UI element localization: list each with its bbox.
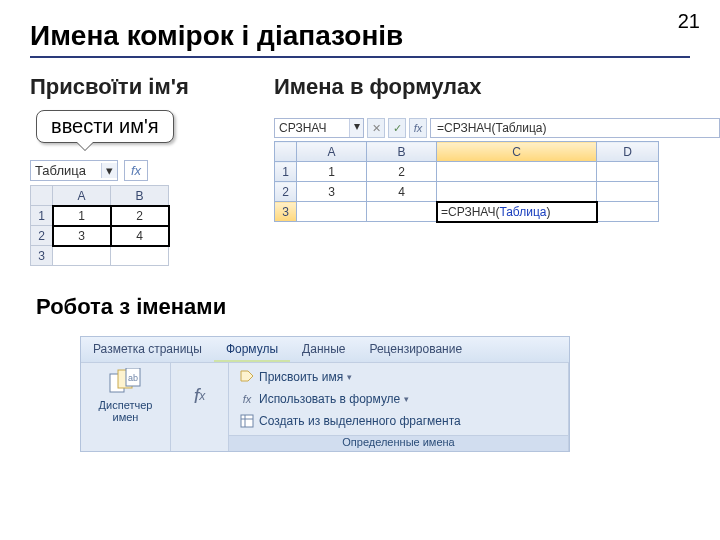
col-header-c[interactable]: C [437, 142, 597, 162]
svg-marker-4 [241, 371, 253, 381]
fx-icon[interactable]: fx [177, 367, 222, 425]
use-in-formula-label: Использовать в формуле [259, 392, 400, 406]
grid-right: A B C D 1 1 2 2 3 4 3 =СРЗНАЧ(Таблица) [274, 141, 659, 222]
grid-icon [239, 413, 255, 429]
name-box-value: СРЗНАЧ [275, 119, 349, 137]
svg-text:ab: ab [127, 373, 137, 383]
ribbon: Разметка страницы Формулы Данные Рецензи… [80, 336, 570, 452]
define-name-label: Присвоить имя [259, 370, 343, 384]
row-header-1[interactable]: 1 [31, 206, 53, 226]
row-header-2[interactable]: 2 [275, 182, 297, 202]
cancel-button[interactable]: ✕ [367, 118, 385, 138]
cell[interactable] [111, 246, 169, 266]
heading-names-in-formulas: Имена в формулах [274, 74, 482, 100]
name-box[interactable]: Таблица ▾ [30, 160, 118, 181]
cell[interactable] [297, 202, 367, 222]
heading-work-with-names: Робота з іменами [36, 294, 226, 320]
fx-label[interactable]: fx [124, 160, 148, 181]
left-spreadsheet: Таблица ▾ fx A B 1 1 2 2 3 4 3 [30, 160, 169, 266]
cell[interactable] [597, 162, 659, 182]
tab-formulas[interactable]: Формулы [214, 337, 290, 362]
tab-data[interactable]: Данные [290, 337, 357, 362]
chevron-down-icon[interactable]: ▾ [101, 163, 117, 178]
ribbon-tabs: Разметка страницы Формулы Данные Рецензи… [81, 337, 569, 363]
formula-part: =СРЗНАЧ( [441, 205, 499, 219]
fx-small-icon: fx [239, 391, 255, 407]
cell[interactable]: 1 [297, 162, 367, 182]
cell[interactable]: 2 [111, 206, 169, 226]
insert-function-button[interactable]: fx [409, 118, 427, 138]
title-underline [30, 56, 690, 58]
cell[interactable]: 3 [297, 182, 367, 202]
ribbon-group-label: Определенные имена [229, 435, 568, 451]
cell[interactable] [597, 182, 659, 202]
create-from-selection-button[interactable]: Создать из выделенного фрагмента [235, 411, 465, 431]
row-header-3[interactable]: 3 [275, 202, 297, 222]
cell[interactable]: 4 [367, 182, 437, 202]
tab-review[interactable]: Рецензирование [357, 337, 474, 362]
cell[interactable] [597, 202, 659, 222]
formula-bar: СРЗНАЧ ▾ ✕ ✓ fx =СРЗНАЧ(Таблица) [274, 118, 720, 138]
use-in-formula-button[interactable]: fx Использовать в формуле ▾ [235, 389, 465, 409]
name-manager-button[interactable]: ab Диспетчер имен [91, 367, 161, 423]
create-from-selection-label: Создать из выделенного фрагмента [259, 414, 461, 428]
col-header-a[interactable]: A [297, 142, 367, 162]
row-header-3[interactable]: 3 [31, 246, 53, 266]
cell[interactable]: 4 [111, 226, 169, 246]
svg-rect-5 [241, 415, 253, 427]
tab-page-layout[interactable]: Разметка страницы [81, 337, 214, 362]
grid-left: A B 1 1 2 2 3 4 3 [30, 185, 169, 266]
name-manager-label-2: имен [113, 411, 139, 423]
col-header-a[interactable]: A [53, 186, 111, 206]
cell[interactable]: 2 [367, 162, 437, 182]
name-manager-icon: ab [109, 367, 143, 397]
formula-arg: Таблица [499, 205, 546, 219]
define-name-button[interactable]: Присвоить имя ▾ [235, 367, 465, 387]
select-all-corner[interactable] [275, 142, 297, 162]
cell[interactable]: 1 [53, 206, 111, 226]
formula-part: ) [546, 205, 550, 219]
active-cell[interactable]: =СРЗНАЧ(Таблица) [437, 202, 597, 222]
chevron-down-icon: ▾ [347, 372, 352, 382]
cell[interactable] [437, 162, 597, 182]
cell[interactable] [367, 202, 437, 222]
tag-icon [239, 369, 255, 385]
callout-enter-name: ввести им'я [36, 110, 174, 143]
name-box-value: Таблица [31, 161, 101, 180]
enter-button[interactable]: ✓ [388, 118, 406, 138]
select-all-corner[interactable] [31, 186, 53, 206]
cell[interactable] [437, 182, 597, 202]
row-header-1[interactable]: 1 [275, 162, 297, 182]
cell[interactable] [53, 246, 111, 266]
cell[interactable]: 3 [53, 226, 111, 246]
page-number: 21 [678, 10, 700, 33]
slide-title: Имена комірок і діапазонів [30, 20, 720, 52]
heading-assign-name: Присвоїти ім'я [30, 74, 189, 100]
formula-input[interactable]: =СРЗНАЧ(Таблица) [430, 118, 720, 138]
right-spreadsheet: СРЗНАЧ ▾ ✕ ✓ fx =СРЗНАЧ(Таблица) A B C D… [274, 118, 720, 222]
name-manager-label-1: Диспетчер [99, 399, 153, 411]
col-header-d[interactable]: D [597, 142, 659, 162]
chevron-down-icon[interactable]: ▾ [349, 119, 363, 137]
col-header-b[interactable]: B [367, 142, 437, 162]
col-header-b[interactable]: B [111, 186, 169, 206]
name-box[interactable]: СРЗНАЧ ▾ [274, 118, 364, 138]
row-header-2[interactable]: 2 [31, 226, 53, 246]
chevron-down-icon: ▾ [404, 394, 409, 404]
